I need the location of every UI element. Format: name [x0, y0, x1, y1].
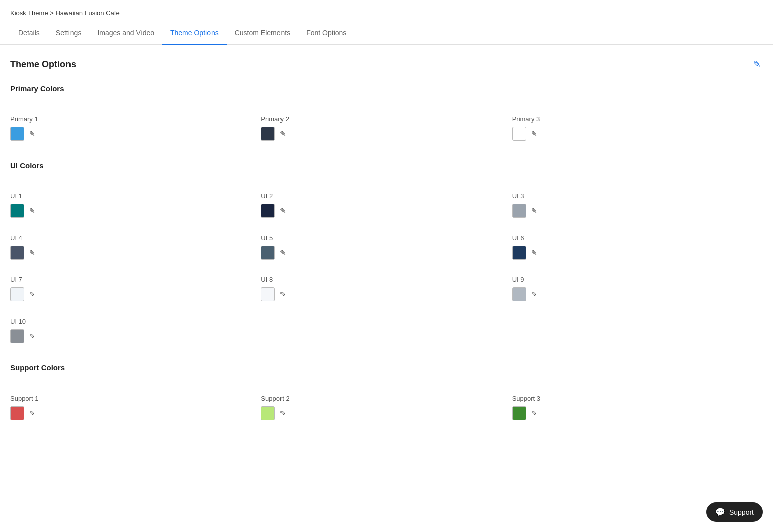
color-label: UI 4 [10, 234, 261, 242]
tab-nav: DetailsSettingsImages and VideoTheme Opt… [0, 22, 773, 45]
color-swatch[interactable] [10, 329, 24, 343]
color-item: UI 6 ✎ [512, 230, 763, 264]
color-item: UI 10 ✎ [10, 314, 261, 347]
color-edit-button[interactable]: ✎ [530, 206, 538, 216]
color-item: UI 4 ✎ [10, 230, 261, 264]
breadcrumb: Kiosk Theme > Hawaiian Fusion Cafe [0, 0, 773, 22]
color-row: ✎ [10, 204, 261, 218]
color-row: ✎ [261, 406, 512, 420]
color-edit-button[interactable]: ✎ [28, 408, 36, 418]
color-row: ✎ [261, 246, 512, 260]
color-edit-button[interactable]: ✎ [530, 289, 538, 299]
color-item: UI 1 ✎ [10, 188, 261, 222]
color-row: ✎ [10, 329, 261, 343]
color-edit-button[interactable]: ✎ [530, 408, 538, 418]
color-row: ✎ [10, 246, 261, 260]
color-swatch[interactable] [512, 246, 526, 260]
color-swatch[interactable] [261, 246, 275, 260]
color-item: UI 3 ✎ [512, 188, 763, 222]
primary-colors-title: Primary Colors [10, 84, 763, 93]
color-item: UI 2 ✎ [261, 188, 512, 222]
color-item: Primary 2 ✎ [261, 111, 512, 145]
color-swatch[interactable] [261, 406, 275, 420]
color-swatch[interactable] [512, 204, 526, 218]
color-label: Primary 3 [512, 115, 763, 123]
color-edit-button[interactable]: ✎ [279, 408, 287, 418]
color-row: ✎ [10, 287, 261, 301]
breadcrumb-text: Kiosk Theme > Hawaiian Fusion Cafe [10, 9, 120, 17]
color-edit-button[interactable]: ✎ [28, 206, 36, 216]
color-item: UI 8 ✎ [261, 272, 512, 306]
color-edit-button[interactable]: ✎ [28, 289, 36, 299]
color-row: ✎ [512, 406, 763, 420]
color-row: ✎ [512, 287, 763, 301]
color-swatch[interactable] [10, 127, 24, 141]
tab-images-video[interactable]: Images and Video [89, 22, 162, 45]
color-swatch[interactable] [512, 127, 526, 141]
color-item: Support 3 ✎ [512, 391, 763, 424]
color-edit-button[interactable]: ✎ [279, 129, 287, 139]
color-swatch[interactable] [10, 246, 24, 260]
tab-settings[interactable]: Settings [48, 22, 90, 45]
color-swatch[interactable] [261, 287, 275, 301]
color-row: ✎ [10, 127, 261, 141]
edit-button[interactable]: ✎ [751, 57, 763, 72]
color-row: ✎ [10, 406, 261, 420]
support-colors-title: Support Colors [10, 363, 763, 372]
color-label: UI 3 [512, 192, 763, 200]
page-title: Theme Options [10, 59, 76, 70]
color-label: Primary 2 [261, 115, 512, 123]
color-swatch[interactable] [10, 204, 24, 218]
color-edit-button[interactable]: ✎ [530, 248, 538, 258]
color-row: ✎ [512, 127, 763, 141]
color-label: Support 3 [512, 395, 763, 402]
color-label: UI 8 [261, 276, 512, 283]
color-row: ✎ [512, 204, 763, 218]
ui-divider [10, 174, 763, 174]
color-swatch[interactable] [10, 287, 24, 301]
color-edit-button[interactable]: ✎ [28, 331, 36, 341]
support-colors-section: Support Colors Support 1 ✎ Support 2 ✎ S… [10, 363, 763, 428]
color-label: UI 1 [10, 192, 261, 200]
color-swatch[interactable] [261, 204, 275, 218]
color-row: ✎ [261, 287, 512, 301]
color-item: Support 2 ✎ [261, 391, 512, 424]
color-edit-button[interactable]: ✎ [28, 248, 36, 258]
color-label: Primary 1 [10, 115, 261, 123]
color-edit-button[interactable]: ✎ [279, 206, 287, 216]
color-item: Support 1 ✎ [10, 391, 261, 424]
color-item: UI 7 ✎ [10, 272, 261, 306]
color-label: Support 1 [10, 395, 261, 402]
color-label: UI 5 [261, 234, 512, 242]
color-row: ✎ [261, 127, 512, 141]
color-swatch[interactable] [261, 127, 275, 141]
tab-details[interactable]: Details [10, 22, 48, 45]
tab-custom-elements[interactable]: Custom Elements [227, 22, 298, 45]
primary-colors-section: Primary Colors Primary 1 ✎ Primary 2 ✎ P… [10, 84, 763, 149]
color-edit-button[interactable]: ✎ [279, 248, 287, 258]
color-item: UI 9 ✎ [512, 272, 763, 306]
color-row: ✎ [512, 246, 763, 260]
color-edit-button[interactable]: ✎ [279, 289, 287, 299]
color-item: Primary 1 ✎ [10, 111, 261, 145]
color-label: UI 7 [10, 276, 261, 283]
color-item: Primary 3 ✎ [512, 111, 763, 145]
tab-theme-options[interactable]: Theme Options [162, 22, 227, 45]
primary-divider [10, 97, 763, 97]
color-label: Support 2 [261, 395, 512, 402]
color-label: UI 9 [512, 276, 763, 283]
color-swatch[interactable] [512, 406, 526, 420]
ui-colors-section: UI Colors UI 1 ✎ UI 2 ✎ UI 3 ✎ [10, 161, 763, 351]
color-edit-button[interactable]: ✎ [530, 129, 538, 139]
color-label: UI 2 [261, 192, 512, 200]
color-item: UI 5 ✎ [261, 230, 512, 264]
support-divider [10, 376, 763, 376]
color-edit-button[interactable]: ✎ [28, 129, 36, 139]
color-label: UI 6 [512, 234, 763, 242]
ui-colors-title: UI Colors [10, 161, 763, 170]
color-label: UI 10 [10, 318, 261, 325]
color-swatch[interactable] [10, 406, 24, 420]
tab-font-options[interactable]: Font Options [298, 22, 355, 45]
color-swatch[interactable] [512, 287, 526, 301]
color-row: ✎ [261, 204, 512, 218]
